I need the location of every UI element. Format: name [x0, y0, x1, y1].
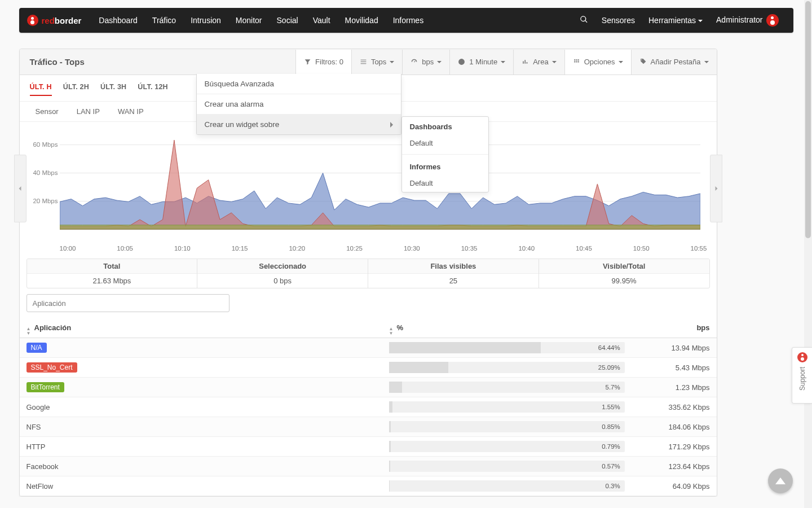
range-tab-ult-12h[interactable]: ÚLT. 12H	[138, 83, 167, 96]
range-tab-ult-h[interactable]: ÚLT. H	[30, 83, 52, 96]
chart-prev-button[interactable]	[14, 155, 27, 222]
pct-bar: 25.09%	[389, 362, 625, 373]
toolbar-bps[interactable]: bps	[402, 50, 449, 75]
toolbar-area[interactable]: Area	[513, 50, 564, 75]
table-cell-app: Google	[20, 397, 382, 417]
metric-tab-lan-ip[interactable]: LAN IP	[77, 107, 100, 116]
opciones-crear-widget[interactable]: Crear un widget sobre	[197, 115, 401, 134]
pct-bar-fill	[389, 382, 403, 393]
scrollbar-track[interactable]	[804, 0, 812, 497]
pct-bar: 1.55%	[389, 401, 625, 413]
brand-logo-mark	[27, 15, 38, 26]
table-row[interactable]: SSL_No_Cert25.09%5.43 Mbps	[20, 358, 717, 378]
list-icon	[360, 58, 367, 65]
table-row[interactable]: BitTorrent5.7%1.23 Mbps	[20, 378, 717, 397]
opciones-busqueda-avanzada[interactable]: Búsqueda Avanzada	[197, 74, 401, 94]
table-cell-pct: 1.55%	[382, 397, 632, 417]
nav-administrator-label: Administrator	[716, 15, 762, 24]
range-tab-ult-2h[interactable]: ÚLT. 2H	[63, 83, 89, 96]
nav-vault[interactable]: Vault	[306, 8, 338, 33]
chart-next-button[interactable]	[710, 155, 722, 222]
toolbar-tops[interactable]: Tops	[351, 50, 402, 75]
pct-bar-label: 64.44%	[598, 342, 620, 353]
gauge-icon	[411, 58, 418, 65]
stat-visible-total: Visible/Total 99.95%	[539, 259, 709, 288]
submenu-informes-default[interactable]: Default	[402, 174, 488, 192]
table-row[interactable]: Facebook0.57%123.64 Kbps	[20, 457, 717, 476]
table-cell-app: Facebook	[20, 457, 382, 476]
toolbar-filtros[interactable]: Filtros: 0	[295, 50, 351, 75]
page-title: Tráfico - Tops	[20, 49, 95, 75]
toolbar-filtros-label: Filtros: 0	[315, 58, 343, 66]
nav-informes[interactable]: Informes	[386, 8, 431, 33]
pct-bar-fill	[389, 362, 448, 373]
stat-total-value: 21.63 Mbps	[27, 274, 197, 288]
nav-movilidad[interactable]: Movilidad	[338, 8, 386, 33]
chevron-down-icon	[698, 20, 703, 22]
pct-bar-fill	[389, 441, 391, 452]
stat-visible-value: 99.95%	[539, 274, 709, 288]
table-row[interactable]: Google1.55%335.62 Kbps	[20, 397, 717, 417]
opciones-crear-alarma[interactable]: Crear una alarma	[197, 94, 401, 115]
submenu-dashboards-default[interactable]: Default	[402, 134, 488, 152]
stat-filas-header: Filas visibles	[368, 259, 539, 274]
nav-intrusion[interactable]: Intrusion	[183, 8, 228, 33]
toolbar-interval[interactable]: 1 Minute	[449, 50, 513, 75]
support-tab[interactable]: Support	[792, 347, 812, 404]
nav-administrator[interactable]: Administrator	[709, 14, 785, 27]
application-filter-input[interactable]	[27, 294, 230, 312]
table-col-pct[interactable]: %	[382, 318, 632, 338]
traffic-chart: 60 Mbps 40 Mbps 20 Mbps	[29, 128, 705, 246]
table-col-aplicacion[interactable]: Aplicación	[20, 318, 382, 338]
support-label: Support	[798, 367, 806, 391]
toolbar-opciones[interactable]: Opciones	[564, 50, 631, 75]
search-icon[interactable]	[573, 15, 595, 25]
nav-herramientas[interactable]: Herramientas	[642, 16, 709, 25]
table-cell-pct: 0.3%	[382, 476, 632, 496]
chevron-down-icon	[552, 61, 557, 63]
table-col-bps[interactable]: bps	[632, 318, 717, 338]
table-col-aplicacion-label: Aplicación	[34, 323, 72, 332]
scroll-to-top-button[interactable]	[768, 468, 793, 493]
pct-bar-label: 0.85%	[602, 421, 620, 432]
table-cell-bps: 184.06 Kbps	[632, 417, 717, 437]
chevron-down-icon	[704, 61, 709, 63]
pct-bar-fill	[389, 421, 391, 432]
table-cell-pct: 0.85%	[382, 417, 632, 437]
metric-tab-sensor[interactable]: Sensor	[36, 107, 59, 116]
submenu-informes-head: Informes	[402, 157, 488, 174]
table-col-pct-label: %	[397, 323, 404, 332]
pct-bar: 5.7%	[389, 382, 625, 393]
nav-sensores[interactable]: Sensores	[595, 16, 642, 25]
toolbar-area-label: Area	[533, 58, 548, 66]
table-cell-app: NetFlow	[20, 476, 382, 496]
chart-icon	[522, 58, 529, 65]
table-row[interactable]: N/A64.44%13.94 Mbps	[20, 338, 717, 358]
pct-bar-fill	[389, 461, 390, 472]
nav-social[interactable]: Social	[270, 8, 306, 33]
nav-monitor[interactable]: Monitor	[228, 8, 270, 33]
chart-y-label: 60 Mbps	[29, 141, 58, 148]
table-row[interactable]: NetFlow0.3%64.09 Kbps	[20, 476, 717, 496]
table-row[interactable]: HTTP0.79%171.29 Kbps	[20, 437, 717, 457]
chart-y-label: 20 Mbps	[29, 198, 58, 204]
app-badge: SSL_No_Cert	[27, 362, 77, 373]
brand-red: red	[42, 16, 55, 25]
metric-tab-wan-ip[interactable]: WAN IP	[118, 107, 144, 116]
table-cell-bps: 64.09 Kbps	[632, 476, 717, 496]
scrollbar-thumb[interactable]	[805, 1, 811, 238]
nav-herramientas-label: Herramientas	[648, 16, 696, 25]
toolbar-anadir-pestana[interactable]: Añadir Pestaña	[631, 50, 717, 75]
brand-logo[interactable]: redborder	[27, 15, 82, 26]
chevron-down-icon	[437, 61, 442, 63]
stat-total-header: Total	[27, 259, 197, 274]
nav-dashboard[interactable]: Dashboard	[91, 8, 145, 33]
nav-trafico[interactable]: Tráfico	[145, 8, 183, 33]
table-row[interactable]: NFS0.85%184.06 Kbps	[20, 417, 717, 437]
tag-icon	[639, 58, 647, 65]
table-cell-app: HTTP	[20, 437, 382, 457]
submenu-divider	[402, 154, 488, 155]
support-icon	[797, 352, 807, 362]
submenu-dashboards-head: Dashboards	[402, 117, 488, 134]
range-tab-ult-3h[interactable]: ÚLT. 3H	[100, 83, 126, 96]
